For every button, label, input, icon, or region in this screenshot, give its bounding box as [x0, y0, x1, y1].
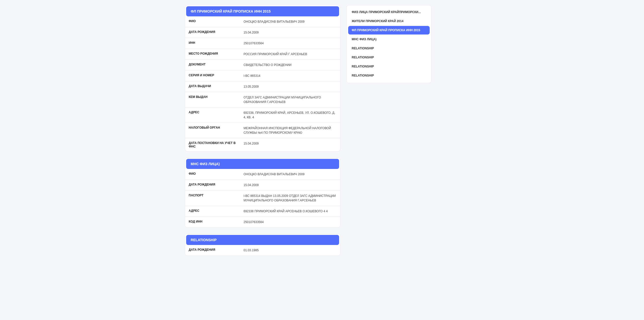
row-label: СЕРИЯ И НОМЕР [189, 74, 244, 78]
row-label: КОД ИНН [189, 220, 244, 224]
row-label: ДАТА РОЖДЕНИЯ [189, 248, 244, 253]
table-row: АДРЕС692338 ПРИМОРСКИЙ КРАЙ АРСЕНЬЕВ О.К… [185, 206, 340, 217]
row-value: I-ВС 865314 ВЫДАН 13.05.2009 ОТДЕЛ ЗАГС … [244, 194, 337, 203]
row-label: МЕСТО РОЖДЕНИЯ [189, 52, 244, 56]
row-value: 692338, ПРИМОРСКИЙ КРАЙ, АРСЕНЬЕВ, УЛ. О… [244, 111, 337, 120]
row-value: 15.04.2009 [244, 141, 337, 148]
nav-item[interactable]: RELATIONSHIP [348, 62, 430, 71]
table-row: ПАСПОРТI-ВС 865314 ВЫДАН 13.05.2009 ОТДЕ… [185, 191, 340, 206]
table-row: СЕРИЯ И НОМЕРI-ВС 865314 [185, 70, 340, 81]
row-value: 250107633564 [244, 220, 337, 224]
nav-item[interactable]: ЖИТЕЛИ ПРИМОРСКИЙ КРАЙ 2014 [348, 17, 430, 25]
row-label: АДРЕС [189, 209, 244, 214]
row-value: 13.05.2009 [244, 84, 337, 89]
table-row: ФИООНОЦКО ВЛАДИСЛАВ ВИТАЛЬЕВИЧ 2009 [185, 169, 340, 180]
table-row: ДОКУМЕНТСВИДЕТЕЛЬСТВО О РОЖДЕНИИ [185, 60, 340, 70]
table-row: КОД ИНН250107633564 [185, 217, 340, 227]
nav-item[interactable]: RELATIONSHIP [348, 71, 430, 80]
table-row: ДАТА ВЫДАЧИ13.05.2009 [185, 81, 340, 92]
nav-item[interactable]: ФИЗ ЛИЦА ПРИМОРСКИЙ КРАЙПРИМОРСКИ... [348, 8, 430, 16]
row-label: ФИО [189, 19, 244, 24]
row-label: КЕМ ВЫДАН [189, 95, 244, 104]
table-row: ДАТА РОЖДЕНИЯ01.03.1985 [185, 245, 340, 256]
row-value: ОТДЕЛ ЗАГС АДМИНИСТРАЦИИ МУНИЦИПАЛЬНОГО … [244, 95, 337, 104]
nav-card: ФИЗ ЛИЦА ПРИМОРСКИЙ КРАЙПРИМОРСКИ... ЖИТ… [346, 5, 431, 83]
row-label: ДАТА ПОСТАНОВКИ НА УЧЕТ В ФНС [189, 141, 244, 148]
row-value: 01.03.1985 [244, 248, 337, 253]
table-row: ФИООНОЦКО ВЛАДИСЛАВ ВИТАЛЬЕВИЧ 2009 [185, 16, 340, 27]
table-row: КЕМ ВЫДАНОТДЕЛ ЗАГС АДМИНИСТРАЦИИ МУНИЦИ… [185, 92, 340, 108]
row-value: 250107633564 [244, 41, 337, 46]
row-label: ДАТА РОЖДЕНИЯ [189, 183, 244, 187]
card-header: МНС ФИЗ ЛИЦА) [186, 159, 339, 169]
row-value: МЕЖРАЙОННАЯ ИНСПЕКЦИЯ ФЕДЕРАЛЬНОЙ НАЛОГО… [244, 126, 337, 135]
row-value: РОССИЯ ПРИМОРСКИЙ КРАЙ Г АРСЕНЬЕВ [244, 52, 337, 56]
table-row: АДРЕС692338, ПРИМОРСКИЙ КРАЙ, АРСЕНЬЕВ, … [185, 108, 340, 123]
table-row: ДАТА РОЖДЕНИЯ15.04.2009 [185, 27, 340, 38]
table-row: ДАТА РОЖДЕНИЯ15.04.2009 [185, 180, 340, 191]
row-value: 692338 ПРИМОРСКИЙ КРАЙ АРСЕНЬЕВ О.КОШЕВО… [244, 209, 337, 214]
row-label: НАЛОГОВЫЙ ОРГАН [189, 126, 244, 135]
card-header: ФЛ ПРИМОРСКИЙ КРАЙ ПРОПИСКА ИНН 2015 [186, 6, 339, 16]
data-card: ФЛ ПРИМОРСКИЙ КРАЙ ПРОПИСКА ИНН 2015 ФИО… [185, 5, 340, 152]
row-value: 15.04.2009 [244, 183, 337, 187]
nav-item[interactable]: RELATIONSHIP [348, 44, 430, 53]
nav-item[interactable]: МНС ФИЗ ЛИЦА) [348, 35, 430, 44]
data-card: RELATIONSHIP ДАТА РОЖДЕНИЯ01.03.1985 [185, 234, 340, 256]
nav-item-active[interactable]: ФЛ ПРИМОРСКИЙ КРАЙ ПРОПИСКА ИНН 2015 [348, 26, 430, 34]
main-column: ФЛ ПРИМОРСКИЙ КРАЙ ПРОПИСКА ИНН 2015 ФИО… [185, 5, 340, 262]
table-row: МЕСТО РОЖДЕНИЯРОССИЯ ПРИМОРСКИЙ КРАЙ Г А… [185, 49, 340, 60]
side-column: ФИЗ ЛИЦА ПРИМОРСКИЙ КРАЙПРИМОРСКИ... ЖИТ… [346, 5, 431, 83]
row-value: ОНОЦКО ВЛАДИСЛАВ ВИТАЛЬЕВИЧ 2009 [244, 19, 337, 24]
table-row: НАЛОГОВЫЙ ОРГАНМЕЖРАЙОННАЯ ИНСПЕКЦИЯ ФЕД… [185, 123, 340, 138]
row-label: ФИО [189, 172, 244, 176]
row-value: I-ВС 865314 [244, 74, 337, 78]
row-value: СВИДЕТЕЛЬСТВО О РОЖДЕНИИ [244, 63, 337, 67]
row-label: ИНН [189, 41, 244, 46]
data-card: МНС ФИЗ ЛИЦА) ФИООНОЦКО ВЛАДИСЛАВ ВИТАЛЬ… [185, 158, 340, 228]
row-value: 15.04.2009 [244, 30, 337, 35]
row-label: ДОКУМЕНТ [189, 63, 244, 67]
card-header: RELATIONSHIP [186, 235, 339, 245]
row-label: ПАСПОРТ [189, 194, 244, 203]
table-row: ИНН250107633564 [185, 38, 340, 49]
row-label: ДАТА РОЖДЕНИЯ [189, 30, 244, 35]
nav-item[interactable]: RELATIONSHIP [348, 53, 430, 62]
table-row: ДАТА ПОСТАНОВКИ НА УЧЕТ В ФНС15.04.2009 [185, 138, 340, 151]
row-label: АДРЕС [189, 111, 244, 120]
row-value: ОНОЦКО ВЛАДИСЛАВ ВИТАЛЬЕВИЧ 2009 [244, 172, 337, 176]
row-label: ДАТА ВЫДАЧИ [189, 84, 244, 89]
